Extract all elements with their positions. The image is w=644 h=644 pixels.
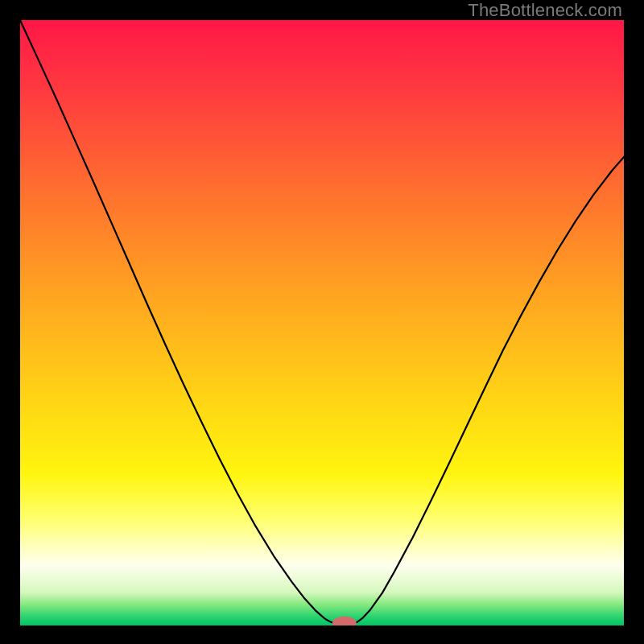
chart-frame: TheBottleneck.com	[0, 0, 644, 644]
gradient-background	[20, 20, 624, 625]
chart-svg	[20, 20, 624, 625]
plot-area	[20, 20, 624, 625]
watermark-text: TheBottleneck.com	[468, 0, 622, 21]
